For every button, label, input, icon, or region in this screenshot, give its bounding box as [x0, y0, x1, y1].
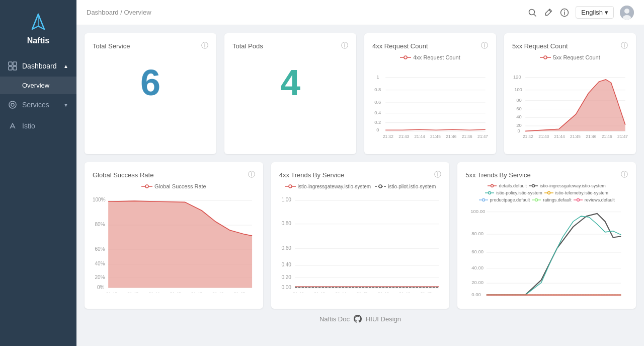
- total-service-value: 6: [93, 54, 208, 111]
- svg-text:21:42: 21:42: [383, 134, 393, 139]
- svg-rect-3: [13, 62, 17, 65]
- svg-text:0: 0: [376, 127, 379, 132]
- language-label: English: [581, 9, 603, 16]
- search-icon[interactable]: [527, 8, 537, 18]
- svg-text:21:46: 21:46: [586, 298, 596, 299]
- svg-text:40%: 40%: [95, 261, 105, 266]
- svg-text:21:42: 21:42: [292, 292, 303, 293]
- total-pods-title: Total Pods: [232, 42, 263, 50]
- svg-rect-2: [9, 62, 12, 65]
- svg-text:21:47: 21:47: [477, 134, 488, 139]
- main-content: Dashboard / Overview English ▾: [76, 0, 644, 346]
- svg-point-6: [9, 101, 16, 108]
- svg-text:0.4: 0.4: [374, 110, 381, 115]
- svg-text:21:43: 21:43: [505, 298, 515, 299]
- svg-text:21:45: 21:45: [356, 292, 367, 293]
- svg-text:21:43: 21:43: [398, 134, 409, 139]
- req4xx-legend-item: 4xx Request Count: [400, 54, 460, 60]
- istio-icon: [8, 121, 17, 130]
- svg-text:20: 20: [516, 122, 521, 128]
- global-success-info[interactable]: ⓘ: [248, 170, 255, 179]
- trends5xx-info[interactable]: ⓘ: [621, 170, 628, 179]
- total-service-info[interactable]: ⓘ: [201, 41, 208, 50]
- svg-text:0.8: 0.8: [374, 87, 381, 92]
- trends4xx-chart: 1.00 0.80 0.60 0.40 0.20 0.00 21:42: [279, 192, 442, 293]
- svg-text:0.6: 0.6: [374, 99, 381, 105]
- req5xx-legend-item: 5xx Request Count: [540, 54, 600, 60]
- svg-point-119: [535, 199, 538, 201]
- svg-text:21:46: 21:46: [602, 134, 612, 139]
- svg-text:21:47: 21:47: [606, 298, 616, 299]
- svg-text:21:42: 21:42: [523, 134, 533, 139]
- svg-text:21:45: 21:45: [170, 292, 181, 293]
- svg-text:21:46: 21:46: [399, 292, 410, 293]
- svg-text:80%: 80%: [95, 222, 105, 227]
- svg-point-7: [11, 103, 14, 106]
- trends5xx-l3: istio-policy.istio-system: [496, 190, 542, 195]
- svg-text:21:46: 21:46: [586, 134, 596, 139]
- req4xx-chart: 1 0.8 0.6 0.4 0.2 0 21:42: [372, 63, 488, 144]
- language-arrow: ▾: [605, 9, 608, 16]
- svg-point-121: [577, 199, 579, 201]
- req4xx-legend-icon: [400, 54, 411, 60]
- svg-text:0.60: 0.60: [281, 245, 291, 251]
- svg-text:21:44: 21:44: [148, 292, 159, 293]
- svg-text:0.80: 0.80: [281, 221, 291, 226]
- sidebar-item-dashboard[interactable]: Dashboard ▲: [0, 55, 76, 77]
- svg-text:0%: 0%: [97, 285, 105, 290]
- language-selector[interactable]: English ▾: [576, 6, 614, 19]
- svg-text:21:45: 21:45: [430, 134, 441, 139]
- dashboard-arrow: ▲: [63, 63, 68, 69]
- sidebar-item-istio[interactable]: Istio: [0, 115, 76, 136]
- trends5xx-legend-2: istio-ingressgateway.istio-system: [529, 183, 606, 188]
- svg-text:21:44: 21:44: [335, 292, 346, 293]
- svg-point-113: [489, 192, 491, 194]
- sidebar-item-overview[interactable]: Overview: [0, 77, 76, 94]
- services-icon: [8, 100, 17, 109]
- svg-point-40: [544, 56, 547, 59]
- trends5xx-l1: details.default: [499, 183, 527, 188]
- svg-text:40.00: 40.00: [472, 265, 484, 270]
- total-service-title: Total Service: [93, 42, 130, 50]
- svg-text:21:42: 21:42: [485, 298, 495, 299]
- svg-text:21:47: 21:47: [617, 134, 628, 139]
- trends5xx-l6: ratings.default: [543, 197, 572, 202]
- svg-point-111: [532, 185, 534, 187]
- trends4xx-info[interactable]: ⓘ: [434, 170, 441, 179]
- trends5xx-legend-1: details.default: [488, 183, 527, 188]
- sidebar-item-services[interactable]: Services ▼: [0, 94, 76, 115]
- svg-point-88: [379, 185, 382, 188]
- svg-rect-5: [13, 66, 17, 70]
- req5xx-legend-icon: [540, 54, 551, 60]
- svg-text:21:45: 21:45: [570, 134, 581, 139]
- svg-text:21:46: 21:46: [446, 134, 456, 139]
- total-service-card: Total Service ⓘ 6: [85, 33, 216, 154]
- global-success-legend: Global Success Rate: [93, 183, 255, 189]
- svg-text:21:47: 21:47: [233, 292, 245, 293]
- trends4xx-legend-icon-2: [375, 183, 386, 189]
- user-avatar[interactable]: [620, 6, 634, 20]
- req4xx-info[interactable]: ⓘ: [481, 41, 488, 50]
- req5xx-info[interactable]: ⓘ: [621, 41, 628, 50]
- global-success-chart: 100% 80% 60% 40% 20% 0% 21:42 2: [93, 192, 255, 293]
- trends4xx-legend-1: istio-ingressgateway.istio-system: [285, 183, 371, 189]
- edit-icon[interactable]: [543, 8, 553, 18]
- req4xx-legend-label: 4xx Request Count: [413, 54, 460, 60]
- svg-text:40: 40: [516, 114, 521, 119]
- svg-text:21:43: 21:43: [314, 292, 325, 293]
- sidebar-nav: Dashboard ▲ Overview Services ▼ Istio: [0, 55, 76, 346]
- topbar: Dashboard / Overview English ▾: [76, 0, 644, 25]
- dashboard-icon: [8, 61, 17, 71]
- svg-text:100.00: 100.00: [470, 209, 485, 214]
- svg-point-115: [547, 192, 550, 194]
- svg-text:20%: 20%: [95, 274, 105, 280]
- info-icon[interactable]: [559, 8, 570, 18]
- trends5xx-l2: istio-ingressgateway.istio-system: [540, 183, 606, 188]
- svg-text:21:46: 21:46: [377, 292, 388, 293]
- svg-marker-55: [525, 80, 625, 131]
- req4xx-title: 4xx Request Count: [372, 42, 428, 50]
- svg-text:100%: 100%: [93, 197, 106, 202]
- svg-text:21:43: 21:43: [538, 134, 549, 139]
- total-pods-info[interactable]: ⓘ: [341, 41, 348, 50]
- svg-text:0.00: 0.00: [472, 292, 481, 297]
